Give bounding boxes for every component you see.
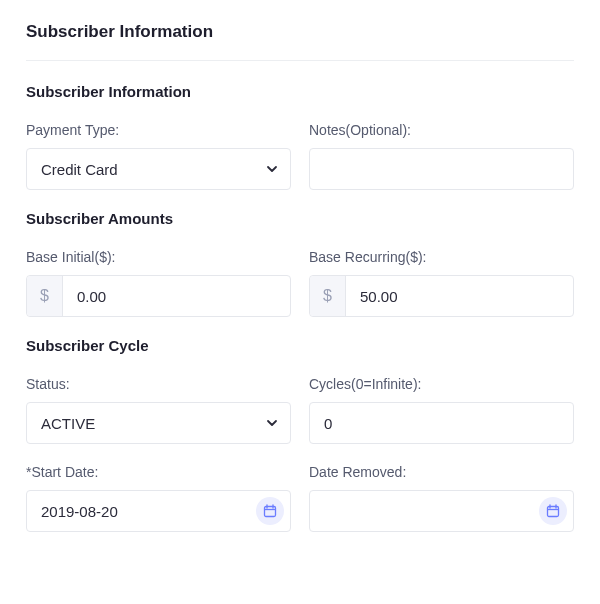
cycles-input[interactable] xyxy=(310,403,573,443)
page-title: Subscriber Information xyxy=(26,22,574,42)
dollar-icon: $ xyxy=(27,276,63,316)
date-removed-label: Date Removed: xyxy=(309,464,574,480)
section-title-info: Subscriber Information xyxy=(26,83,574,100)
divider xyxy=(26,60,574,61)
payment-type-value: Credit Card xyxy=(27,149,290,189)
status-label: Status: xyxy=(26,376,291,392)
svg-rect-0 xyxy=(265,507,276,517)
base-recurring-input[interactable] xyxy=(346,276,573,316)
payment-type-select[interactable]: Credit Card xyxy=(26,148,291,190)
notes-field-wrapper xyxy=(309,148,574,190)
calendar-icon xyxy=(539,497,567,525)
section-title-cycle: Subscriber Cycle xyxy=(26,337,574,354)
base-recurring-field: $ xyxy=(309,275,574,317)
status-value: ACTIVE xyxy=(27,403,290,443)
start-date-input[interactable] xyxy=(27,491,290,531)
dollar-icon: $ xyxy=(310,276,346,316)
base-initial-input[interactable] xyxy=(63,276,290,316)
cycles-field xyxy=(309,402,574,444)
payment-type-label: Payment Type: xyxy=(26,122,291,138)
start-date-field[interactable] xyxy=(26,490,291,532)
base-recurring-label: Base Recurring($): xyxy=(309,249,574,265)
notes-label: Notes(Optional): xyxy=(309,122,574,138)
start-date-label: *Start Date: xyxy=(26,464,291,480)
svg-rect-4 xyxy=(548,507,559,517)
date-removed-field[interactable] xyxy=(309,490,574,532)
notes-input[interactable] xyxy=(310,149,573,189)
base-initial-field: $ xyxy=(26,275,291,317)
cycles-label: Cycles(0=Infinite): xyxy=(309,376,574,392)
calendar-icon xyxy=(256,497,284,525)
section-title-amounts: Subscriber Amounts xyxy=(26,210,574,227)
base-initial-label: Base Initial($): xyxy=(26,249,291,265)
date-removed-input[interactable] xyxy=(310,491,573,531)
status-select[interactable]: ACTIVE xyxy=(26,402,291,444)
